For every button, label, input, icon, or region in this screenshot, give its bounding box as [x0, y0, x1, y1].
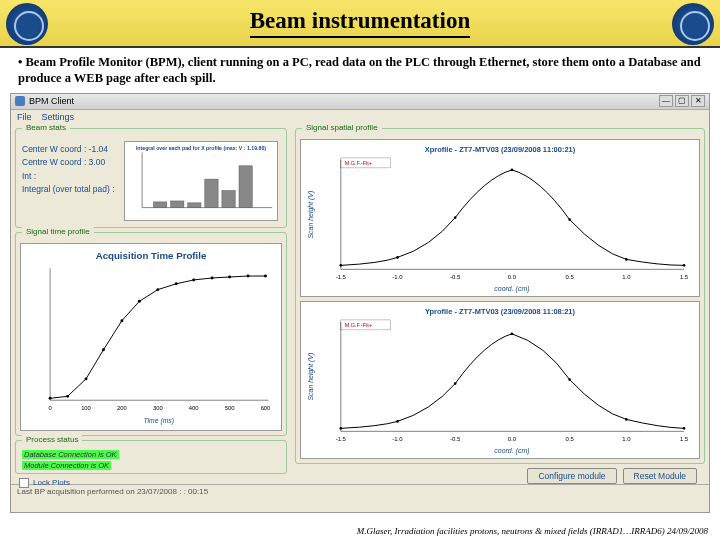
- svg-point-18: [66, 394, 69, 397]
- close-button[interactable]: ✕: [691, 95, 705, 107]
- mini-histogram-plot[interactable]: Integral over each pad for X profile (ma…: [124, 141, 278, 221]
- left-column: Beam stats Center W coord : -1.04 Centre…: [11, 124, 291, 484]
- svg-point-44: [396, 256, 399, 259]
- cern-logo-left: [6, 3, 48, 45]
- stat-line-2: Centre W coord : 3.00: [22, 156, 122, 170]
- spatial-profile-title: Signal spatial profile: [302, 123, 382, 132]
- slide-bullet: • Beam Profile Monitor (BPM), client run…: [0, 48, 720, 93]
- svg-text:1.5: 1.5: [680, 274, 689, 280]
- slide-header: Beam instrumentation: [0, 0, 720, 48]
- svg-text:M.G.F.-Fit+: M.G.F.-Fit+: [345, 322, 372, 328]
- cern-logo-right: [672, 3, 714, 45]
- svg-text:Scan height (V): Scan height (V): [307, 352, 315, 400]
- stat-line-3: Int :: [22, 170, 122, 184]
- svg-point-22: [138, 299, 141, 302]
- y-profile-title: Yprofile - ZT7-MTV03 (23/09/2008 11:08:2…: [425, 307, 575, 316]
- window-buttons: — ▢ ✕: [659, 95, 705, 107]
- svg-point-48: [625, 258, 628, 261]
- x-profile-plot[interactable]: Xprofile - ZT7-MTV03 (23/09/2008 11:00:2…: [300, 139, 700, 297]
- svg-point-29: [264, 274, 267, 277]
- svg-text:0.5: 0.5: [565, 274, 574, 280]
- svg-point-46: [511, 168, 514, 171]
- statusbar: Last BP acquisition performed on 23/07/2…: [11, 484, 709, 498]
- svg-point-49: [683, 264, 686, 267]
- time-profile-plot[interactable]: Acquisition Time Profile 0 100 200 300 4…: [20, 243, 282, 431]
- svg-text:0: 0: [48, 404, 51, 410]
- menu-settings[interactable]: Settings: [42, 112, 75, 122]
- slide: Beam instrumentation • Beam Profile Moni…: [0, 0, 720, 540]
- svg-point-17: [49, 396, 52, 399]
- svg-point-47: [568, 218, 571, 221]
- module-status: Module Connection is OK: [22, 461, 111, 470]
- x-profile-title: Xprofile - ZT7-MTV03 (23/09/2008 11:00:2…: [425, 144, 576, 153]
- app-window: BPM Client — ▢ ✕ File Settings Beam stat…: [10, 93, 710, 513]
- process-status-title: Process status: [22, 435, 82, 444]
- svg-text:1.0: 1.0: [622, 274, 631, 280]
- time-profile-group: Signal time profile Acquisition Time Pro…: [15, 232, 287, 436]
- svg-point-28: [247, 274, 250, 277]
- svg-point-66: [511, 332, 514, 335]
- mini-hist-title: Integral over each pad for X profile (ma…: [136, 144, 266, 150]
- svg-text:600: 600: [261, 404, 271, 410]
- slide-title: Beam instrumentation: [250, 8, 470, 38]
- svg-text:1.0: 1.0: [622, 436, 631, 442]
- svg-point-25: [192, 278, 195, 281]
- time-profile-group-title: Signal time profile: [22, 227, 94, 236]
- svg-point-67: [568, 378, 571, 381]
- spatial-profile-group: Signal spatial profile Xprofile - ZT7-MT…: [295, 128, 705, 464]
- svg-point-43: [340, 264, 343, 267]
- statusbar-text: Last BP acquisition performed on 23/07/2…: [17, 487, 208, 496]
- svg-text:-1.5: -1.5: [336, 274, 347, 280]
- maximize-button[interactable]: ▢: [675, 95, 689, 107]
- time-profile-xlabel: Time (ms): [144, 417, 174, 425]
- minimize-button[interactable]: —: [659, 95, 673, 107]
- svg-text:400: 400: [189, 404, 199, 410]
- menubar: File Settings: [11, 110, 709, 124]
- svg-point-45: [454, 216, 457, 219]
- menu-file[interactable]: File: [17, 112, 32, 122]
- svg-text:-1.5: -1.5: [336, 436, 347, 442]
- process-status-group: Process status Database Connection is OK…: [15, 440, 287, 474]
- svg-rect-3: [171, 200, 184, 207]
- svg-text:0.0: 0.0: [508, 274, 517, 280]
- svg-text:300: 300: [153, 404, 163, 410]
- svg-point-19: [85, 377, 88, 380]
- svg-point-27: [228, 275, 231, 278]
- stat-line-4: Integral (over total pad) :: [22, 183, 122, 197]
- beam-stats-group: Beam stats Center W coord : -1.04 Centre…: [15, 128, 287, 228]
- svg-rect-2: [154, 201, 167, 207]
- beam-stats-text: Center W coord : -1.04 Centre W coord : …: [22, 139, 122, 223]
- svg-point-23: [156, 288, 159, 291]
- svg-rect-6: [222, 190, 235, 207]
- svg-rect-5: [205, 179, 218, 208]
- svg-text:100: 100: [81, 404, 91, 410]
- titlebar[interactable]: BPM Client — ▢ ✕: [11, 94, 709, 110]
- svg-point-21: [120, 319, 123, 322]
- configure-module-button[interactable]: Configure module: [527, 468, 616, 484]
- time-profile-title: Acquisition Time Profile: [96, 249, 207, 260]
- svg-point-69: [683, 427, 686, 430]
- svg-text:0.5: 0.5: [565, 436, 574, 442]
- svg-rect-4: [188, 202, 201, 207]
- svg-point-63: [340, 427, 343, 430]
- svg-text:200: 200: [117, 404, 127, 410]
- reset-module-button[interactable]: Reset Module: [623, 468, 697, 484]
- right-column: Signal spatial profile Xprofile - ZT7-MT…: [291, 124, 709, 484]
- svg-text:-0.5: -0.5: [450, 274, 461, 280]
- svg-point-65: [454, 382, 457, 385]
- svg-point-24: [175, 282, 178, 285]
- svg-text:-0.5: -0.5: [450, 436, 461, 442]
- button-row: Configure module Reset Module: [295, 468, 705, 484]
- y-profile-plot[interactable]: Yprofile - ZT7-MTV03 (23/09/2008 11:08:2…: [300, 301, 700, 459]
- svg-text:coord. (cm): coord. (cm): [494, 447, 529, 455]
- beam-stats-title: Beam stats: [22, 123, 70, 132]
- svg-text:-1.0: -1.0: [392, 274, 403, 280]
- svg-text:-1.0: -1.0: [392, 436, 403, 442]
- svg-text:500: 500: [225, 404, 235, 410]
- app-content: Beam stats Center W coord : -1.04 Centre…: [11, 124, 709, 484]
- svg-text:Scan height (V): Scan height (V): [307, 190, 315, 238]
- svg-text:coord. (cm): coord. (cm): [494, 285, 529, 293]
- svg-text:1.5: 1.5: [680, 436, 689, 442]
- db-status: Database Connection is OK: [22, 450, 119, 459]
- svg-text:M.G.F.-Fit+: M.G.F.-Fit+: [345, 159, 372, 165]
